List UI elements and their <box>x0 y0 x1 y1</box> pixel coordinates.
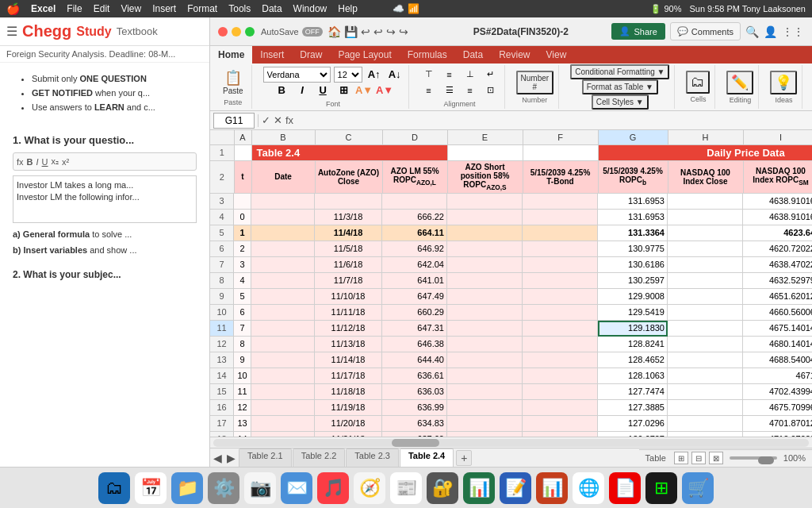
cell-a[interactable] <box>234 194 251 210</box>
cell-d[interactable]: 641.01 <box>382 273 447 289</box>
cell-h[interactable] <box>668 210 743 225</box>
cell-d[interactable]: 636.03 <box>382 384 447 400</box>
dock-calendar[interactable]: 📅 <box>135 472 167 504</box>
cell-h[interactable] <box>668 368 743 384</box>
account-icon[interactable]: 👤 <box>764 25 777 38</box>
dock-photos[interactable]: 📷 <box>244 472 276 504</box>
cell-h[interactable] <box>668 416 743 432</box>
autosave-toggle[interactable]: OFF <box>302 27 323 37</box>
cell-h[interactable] <box>668 400 743 416</box>
cell-table-title[interactable]: Table 2.4 <box>251 144 447 160</box>
editor-sup[interactable]: x² <box>62 157 69 167</box>
cell-g[interactable]: 128.4652 <box>598 352 668 368</box>
more-icon[interactable]: ⋮⋮ <box>782 25 804 38</box>
cell-i[interactable]: 4701.87012 <box>743 416 812 432</box>
decrease-font-button[interactable]: A↓ <box>386 67 404 83</box>
cell-f2[interactable]: AZO Short position 58%ROPCAZO,S <box>447 160 523 193</box>
dock-store[interactable]: 🛒 <box>682 472 714 504</box>
cell-c[interactable]: 11/11/18 <box>315 305 382 321</box>
cell-g[interactable]: 127.0296 <box>598 416 668 432</box>
cell-d[interactable]: 646.92 <box>382 241 447 257</box>
cell-a[interactable]: 4 <box>234 273 251 289</box>
ideas-button[interactable]: 💡 <box>770 71 797 94</box>
col-header-e[interactable]: E <box>447 130 523 144</box>
page-break-view-icon[interactable]: ⊠ <box>709 452 723 464</box>
row-num[interactable]: 5 <box>210 225 234 241</box>
cell-i[interactable]: 4712.97022 <box>743 432 812 437</box>
menu-tools[interactable]: Tools <box>228 3 251 14</box>
cell-f[interactable] <box>523 432 598 437</box>
cell-b[interactable] <box>251 273 315 289</box>
cell-d[interactable]: 666.22 <box>382 210 447 225</box>
tab-home[interactable]: Home <box>210 46 252 64</box>
font-name-select[interactable]: Verdana <box>263 67 331 83</box>
cell-e[interactable] <box>447 432 523 437</box>
cell-g[interactable]: 130.6186 <box>598 257 668 273</box>
cell-e[interactable] <box>447 289 523 305</box>
tab-view[interactable]: View <box>538 46 575 64</box>
cell-g[interactable]: 129.1830 <box>598 321 668 337</box>
row-num[interactable]: 15 <box>210 384 234 400</box>
cell-h[interactable] <box>668 305 743 321</box>
cell-a1[interactable] <box>234 144 251 160</box>
cell-g[interactable]: 127.7474 <box>598 384 668 400</box>
dock-chrome[interactable]: 🌐 <box>573 472 604 504</box>
cell-f[interactable] <box>523 273 598 289</box>
cell-h[interactable] <box>668 321 743 337</box>
dock-word[interactable]: 📝 <box>500 472 531 504</box>
cell-c[interactable]: 11/10/18 <box>315 289 382 305</box>
cell-i[interactable]: 4660.56006 <box>743 305 812 321</box>
formula-fx-icon[interactable]: fx <box>285 114 293 126</box>
align-middle-button[interactable]: ≡ <box>441 67 458 83</box>
row-num[interactable]: 13 <box>210 352 234 368</box>
cell-f[interactable] <box>523 416 598 432</box>
cell-b[interactable] <box>251 289 315 305</box>
col-header-a[interactable]: A <box>234 130 251 144</box>
wrap-text-button[interactable]: ↵ <box>482 67 500 83</box>
scroll-track[interactable] <box>213 439 809 447</box>
cell-b[interactable] <box>251 241 315 257</box>
cell-f[interactable] <box>523 257 598 273</box>
cell-b[interactable] <box>251 384 315 400</box>
menu-window[interactable]: Window <box>293 3 327 14</box>
formula-input[interactable] <box>297 115 809 126</box>
cell-e[interactable] <box>447 337 523 352</box>
dock-files[interactable]: 📁 <box>171 472 203 504</box>
cell-b[interactable] <box>251 225 315 241</box>
col-header-f[interactable]: F <box>523 130 598 144</box>
cell-g[interactable]: 131.6953 <box>598 194 668 210</box>
cell-d[interactable]: 647.49 <box>382 289 447 305</box>
paste-button[interactable]: 📋 Paste <box>220 67 247 97</box>
cell-g[interactable]: 129.9008 <box>598 289 668 305</box>
cell-d[interactable]: 636.61 <box>382 368 447 384</box>
cell-b[interactable] <box>251 400 315 416</box>
add-sheet-button[interactable]: + <box>456 450 472 466</box>
col-header-d[interactable]: D <box>382 130 447 144</box>
cell-g[interactable]: 128.1063 <box>598 368 668 384</box>
underline-button[interactable]: U <box>314 83 331 98</box>
cell-a[interactable]: 13 <box>234 416 251 432</box>
cell-g[interactable]: 131.3364 <box>598 225 668 241</box>
col-header-g[interactable]: G <box>598 130 668 144</box>
menu-file[interactable]: File <box>67 3 82 14</box>
dock-mail[interactable]: ✉️ <box>281 472 312 504</box>
cell-c[interactable]: 11/3/18 <box>315 210 382 225</box>
maximize-button[interactable] <box>245 27 255 37</box>
cell-e[interactable] <box>447 305 523 321</box>
cell-f[interactable] <box>523 241 598 257</box>
cell-f[interactable] <box>523 337 598 352</box>
editor-bold[interactable]: B <box>27 157 33 167</box>
cell-h[interactable] <box>668 241 743 257</box>
font-color-button[interactable]: A▼ <box>376 83 393 98</box>
cell-f[interactable] <box>523 384 598 400</box>
cell-h[interactable] <box>668 257 743 273</box>
cell-g[interactable]: 128.8241 <box>598 337 668 352</box>
cell-h2[interactable]: 5/15/2039 4.25%ROPCb <box>598 160 668 193</box>
cell-e2[interactable]: AZO LM 55%ROPCAZO,L <box>382 160 447 193</box>
dock-finder[interactable]: 🗂 <box>98 472 130 504</box>
cell-i[interactable]: 4651.62012 <box>743 289 812 305</box>
cell-j2[interactable]: NASDAQ 100 Index ROPCSM <box>743 160 812 193</box>
cell-f[interactable] <box>523 225 598 241</box>
cell-c[interactable]: 11/17/18 <box>315 368 382 384</box>
cell-a[interactable]: 14 <box>234 432 251 437</box>
